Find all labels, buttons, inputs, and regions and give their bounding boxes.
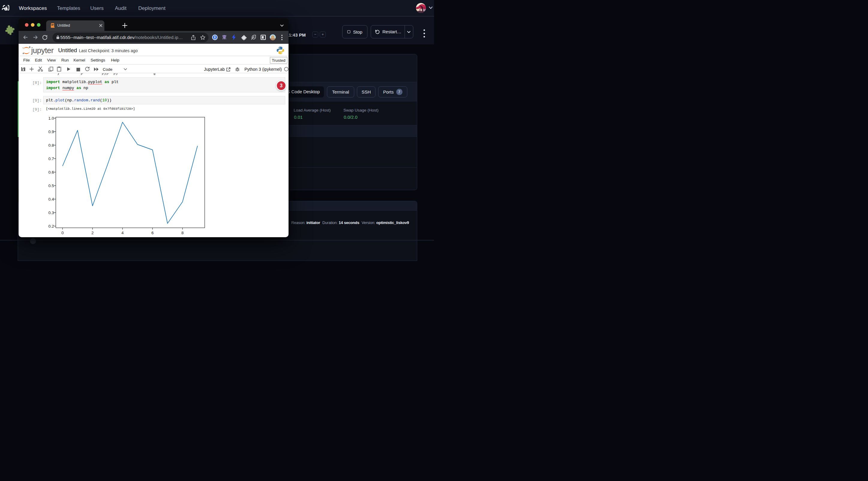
- svg-text:0.9: 0.9: [48, 130, 54, 134]
- svg-text:1.0: 1.0: [48, 116, 54, 121]
- svg-text:0.7: 0.7: [48, 157, 54, 161]
- svg-text:8: 8: [182, 231, 184, 235]
- svg-text:6: 6: [152, 231, 154, 235]
- svg-text:0.6: 0.6: [48, 170, 54, 174]
- svg-text:0.5: 0.5: [48, 184, 54, 188]
- svg-text:0.8: 0.8: [48, 143, 54, 148]
- svg-text:0: 0: [61, 231, 64, 235]
- svg-text:0.4: 0.4: [48, 197, 54, 201]
- svg-text:0.3: 0.3: [48, 211, 54, 215]
- svg-text:4: 4: [121, 231, 124, 235]
- svg-text:2: 2: [91, 231, 94, 235]
- svg-text:0.2: 0.2: [48, 224, 54, 228]
